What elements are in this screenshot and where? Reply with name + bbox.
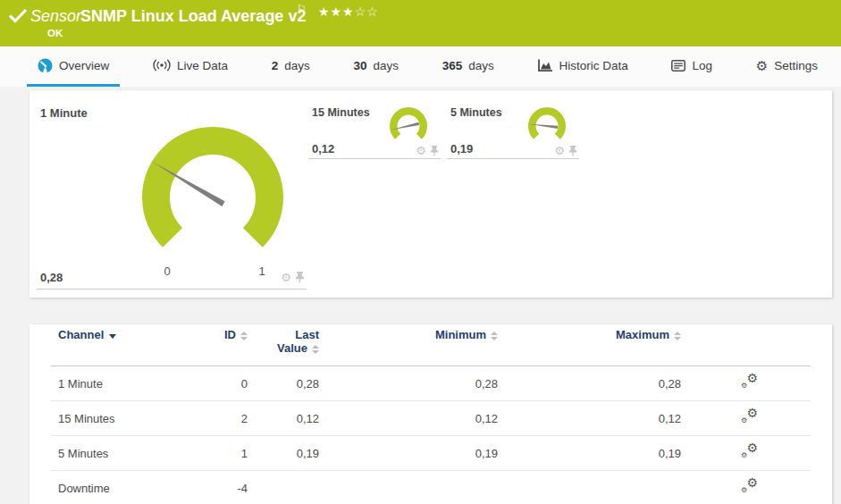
area-chart-icon <box>538 59 553 72</box>
column-label: Minimum <box>435 328 486 341</box>
channels-panel: Channel ID Last Value Minimum Maximum <box>29 324 832 504</box>
gauge-title: 15 Minutes <box>312 106 370 119</box>
gear-icon: ⚙ <box>746 476 758 489</box>
tab-log[interactable]: Log <box>660 46 723 87</box>
gauges-panel: 1 Minute 0 1 0,28 ⚙ 15 Minutes <box>29 90 832 298</box>
object-kind-label: Sensor <box>30 7 81 26</box>
channel-name: 5 Minutes <box>51 436 194 471</box>
channel-settings-button[interactable]: ⚙⚙ <box>741 374 758 390</box>
gauge-1-minute: 1 Minute 0 1 0,28 ⚙ <box>37 101 307 290</box>
column-label: Channel <box>58 328 104 341</box>
gauge-dial: 0 1 <box>123 113 302 281</box>
channel-last-value <box>255 471 326 504</box>
channel-id: 1 <box>194 436 255 471</box>
gauge-toolbar: ⚙ <box>416 145 439 156</box>
column-header-minimum[interactable]: Minimum <box>326 324 505 366</box>
gauge-15-minutes: 15 Minutes 0,12 ⚙ <box>308 101 441 159</box>
tab-label: Overview <box>59 59 109 72</box>
channel-maximum: 0,28 <box>505 366 688 401</box>
channel-settings-button[interactable]: ⚙⚙ <box>741 479 758 494</box>
tab-30-days[interactable]: 30 days <box>342 46 409 87</box>
channel-minimum: 0,19 <box>326 436 505 471</box>
channel-last-value: 0,28 <box>255 366 326 401</box>
tab-overview[interactable]: Overview <box>27 46 120 87</box>
gauge-dial <box>387 103 430 144</box>
pin-icon[interactable] <box>568 146 577 156</box>
channel-id: 0 <box>194 366 255 401</box>
sensor-tab-bar: Overview Live Data 2 days 30 days 365 da… <box>0 46 841 87</box>
tab-label: days <box>374 59 399 72</box>
gauge-title: 1 Minute <box>40 106 88 120</box>
tab-number: 30 <box>353 59 366 72</box>
pin-icon[interactable] <box>430 146 439 156</box>
table-row: 15 Minutes 2 0,12 0,12 0,12 ⚙⚙ <box>51 401 811 436</box>
tab-number: 2 <box>272 59 279 72</box>
table-row: 1 Minute 0 0,28 0,28 0,28 ⚙⚙ <box>51 366 811 401</box>
column-label: ID <box>224 328 236 341</box>
sensor-title: SNMP Linux Load Average v2 <box>80 7 306 26</box>
gear-icon: ⚙ <box>746 407 758 419</box>
sort-icon <box>240 332 248 340</box>
column-header-last-value[interactable]: Last Value <box>255 324 326 366</box>
gauge-value: 0,12 <box>312 142 334 155</box>
channel-minimum: 0,12 <box>326 401 505 436</box>
channel-name: 15 Minutes <box>51 401 194 436</box>
table-row: 5 Minutes 1 0,19 0,19 0,19 ⚙⚙ <box>51 436 811 471</box>
tab-number: 365 <box>442 59 463 72</box>
gauge-icon <box>38 58 53 73</box>
gauge-dial <box>526 103 568 144</box>
sort-icon <box>491 332 498 340</box>
log-list-icon <box>671 60 685 71</box>
gear-icon: ⚙ <box>741 452 747 459</box>
tab-label: Settings <box>774 59 818 72</box>
tab-live-data[interactable]: Live Data <box>142 46 239 87</box>
channel-settings-icon[interactable]: ⚙ <box>281 272 291 283</box>
table-row: Downtime -4 ⚙⚙ <box>51 471 811 504</box>
tab-label: Live Data <box>177 59 228 72</box>
channel-settings-button[interactable]: ⚙⚙ <box>741 409 758 424</box>
channel-name: Downtime <box>51 471 194 504</box>
tab-label: days <box>284 59 310 72</box>
gear-icon: ⚙ <box>741 382 747 390</box>
priority-stars[interactable]: ★★★☆☆ <box>318 4 379 19</box>
gauge-scale-max: 1 <box>258 265 265 278</box>
channel-id: -4 <box>194 471 255 504</box>
channel-minimum <box>326 471 505 504</box>
tab-label: Historic Data <box>559 59 628 72</box>
channel-last-value: 0,12 <box>255 401 326 436</box>
gauge-5-minutes: 5 Minutes 0,19 ⚙ <box>447 101 579 159</box>
tab-2-days[interactable]: 2 days <box>261 46 321 87</box>
channel-minimum: 0,28 <box>326 366 505 401</box>
tab-label: Log <box>692 59 712 72</box>
channel-last-value: 0,19 <box>255 436 326 471</box>
column-header-channel[interactable]: Channel <box>51 324 194 366</box>
tab-365-days[interactable]: 365 days <box>432 46 505 87</box>
sensor-overview-content: 1 Minute 0 1 0,28 ⚙ 15 Minutes <box>0 90 841 504</box>
gear-icon: ⚙ <box>746 441 758 454</box>
channel-name: 1 Minute <box>51 366 194 401</box>
channel-settings-button[interactable]: ⚙⚙ <box>741 444 758 459</box>
column-header-actions <box>688 324 811 366</box>
gauge-title: 5 Minutes <box>450 106 502 119</box>
gauge-toolbar: ⚙ <box>281 272 305 283</box>
sort-icon <box>674 332 681 340</box>
tab-label: days <box>468 59 494 72</box>
gear-icon: ⚙ <box>746 372 758 384</box>
tab-historic-data[interactable]: Historic Data <box>527 46 639 87</box>
column-header-maximum[interactable]: Maximum <box>505 324 688 366</box>
gauge-value: 0,28 <box>40 271 63 284</box>
pin-icon[interactable] <box>295 272 305 283</box>
channel-maximum <box>505 471 688 504</box>
channel-settings-icon[interactable]: ⚙ <box>554 145 565 156</box>
sort-desc-icon <box>109 334 116 339</box>
channel-settings-icon[interactable]: ⚙ <box>416 145 426 156</box>
channel-maximum: 0,19 <box>505 436 688 471</box>
column-header-id[interactable]: ID <box>194 324 255 366</box>
ok-check-icon <box>8 8 28 23</box>
column-label: Last <box>295 328 319 341</box>
channel-id: 2 <box>194 401 255 436</box>
tab-settings[interactable]: ⚙ Settings <box>745 46 828 87</box>
priority-flag-icon[interactable]: ⚐ <box>297 3 307 15</box>
gear-icon: ⚙ <box>756 59 768 72</box>
gear-icon: ⚙ <box>741 417 747 424</box>
